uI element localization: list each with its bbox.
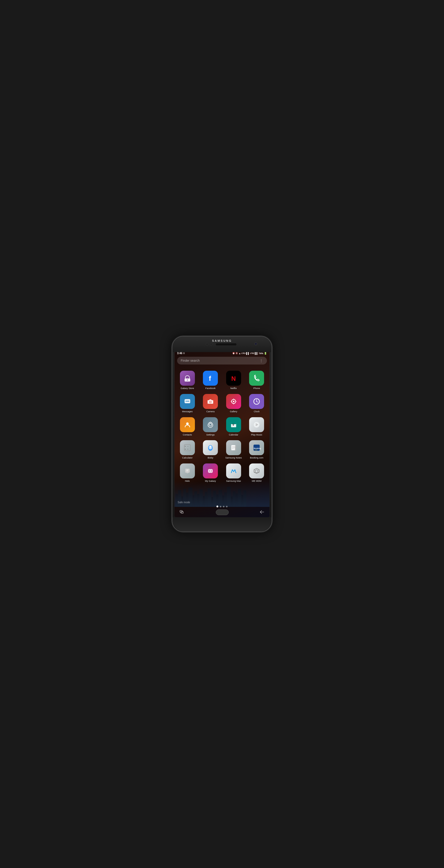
phone-device: SAMSUNG <box>172 336 272 532</box>
my-galaxy-icon <box>203 463 218 478</box>
samsung-max-icon <box>226 463 241 478</box>
phone-bottom-hardware <box>172 517 272 531</box>
status-icons: ⏰ 🔇 ▲ LTE1 ▌▌ LTE2 ▌▌ 74% 🔋 <box>232 352 267 355</box>
phone-label: Phone <box>253 387 260 390</box>
svg-text:×: × <box>184 448 186 451</box>
app-booking[interactable]: Booking .com Booking.com <box>245 438 269 461</box>
app-facebook[interactable]: f Facebook <box>199 369 222 392</box>
app-bixby[interactable]: Bixby <box>199 438 222 461</box>
app-grid: Galaxy Store f Facebook N Netflix <box>174 366 270 487</box>
phone-screen: 3:46 ⊡ ⏰ 🔇 ▲ LTE1 ▌▌ LTE2 ▌▌ 74% 🔋 Finde… <box>174 351 270 517</box>
safe-mode-label: Safe mode <box>178 501 190 504</box>
app-helo[interactable]: Helo <box>176 461 199 485</box>
app-calendar[interactable]: 9 Calendar <box>222 415 245 438</box>
bixby-label: Bixby <box>208 457 213 459</box>
app-contacts[interactable]: Contacts <box>176 415 199 438</box>
contacts-icon <box>180 417 195 432</box>
my-galaxy-label: My Galaxy <box>205 480 216 483</box>
status-time: 3:46 ⊡ <box>177 352 185 355</box>
volume-down-button[interactable] <box>172 388 172 399</box>
play-music-label: Play Music <box>251 433 262 436</box>
app-samsung-notes[interactable]: Samsung Notes <box>222 438 245 461</box>
search-placeholder: Finder search <box>181 359 260 363</box>
app-phone[interactable]: Phone <box>245 369 269 392</box>
booking-icon: Booking .com <box>249 440 264 455</box>
app-gallery[interactable]: Gallery <box>222 392 245 415</box>
me-mdm-icon <box>249 463 264 478</box>
camera-label: Camera <box>206 410 214 413</box>
mute-icon: 🔇 <box>235 352 238 354</box>
svg-text:9: 9 <box>233 424 234 426</box>
svg-point-51 <box>210 470 211 472</box>
app-play-music[interactable]: Play Music <box>245 415 269 438</box>
home-button[interactable] <box>216 509 229 515</box>
recents-button[interactable] <box>180 510 185 515</box>
svg-point-20 <box>186 423 189 425</box>
svg-point-11 <box>233 401 234 402</box>
helo-label: Helo <box>185 480 190 483</box>
svg-text:.com: .com <box>254 449 258 451</box>
app-settings[interactable]: Settings <box>199 415 222 438</box>
calendar-label: Calendar <box>229 433 238 436</box>
app-netflix[interactable]: N Netflix <box>222 369 245 392</box>
messages-icon <box>180 394 195 409</box>
galaxy-store-icon <box>180 371 195 386</box>
me-mdm-label: ME MDM <box>252 480 262 483</box>
front-camera-dot <box>206 343 208 346</box>
svg-text:−: − <box>187 445 189 448</box>
svg-point-7 <box>188 401 189 402</box>
svg-point-9 <box>210 401 211 402</box>
bixby-icon <box>203 440 218 455</box>
calendar-icon: 9 <box>226 417 241 432</box>
battery-percent: 74% <box>259 352 263 355</box>
app-camera[interactable]: Camera <box>199 392 222 415</box>
app-messages[interactable]: Messages <box>176 392 199 415</box>
finder-search-bar[interactable]: Finder search ⋮ <box>177 357 267 365</box>
signal1-icon: ▌▌ <box>246 352 250 355</box>
clock-icon <box>249 394 264 409</box>
svg-text:f: f <box>209 375 211 382</box>
alarm-icon: ⏰ <box>232 352 235 354</box>
helo-icon <box>180 463 195 478</box>
app-calculator[interactable]: + − × ÷ Calculator <box>176 438 199 461</box>
play-music-icon <box>249 417 264 432</box>
svg-point-29 <box>256 424 258 426</box>
page-dot-4 <box>226 506 228 507</box>
front-camera <box>254 342 258 345</box>
svg-point-37 <box>209 447 210 448</box>
page-dot-3 <box>223 506 225 507</box>
bottom-navigation <box>174 507 270 517</box>
lte1-icon: LTE1 <box>241 352 246 354</box>
app-me-mdm[interactable]: ME MDM <box>245 461 269 485</box>
wifi-icon: ▲ <box>239 352 241 355</box>
earpiece-speaker <box>216 343 236 345</box>
page-indicator <box>216 505 228 507</box>
contacts-label: Contacts <box>183 433 192 436</box>
facebook-icon: f <box>203 371 218 386</box>
phone-icon <box>249 371 264 386</box>
booking-label: Booking.com <box>250 457 263 459</box>
search-menu-icon[interactable]: ⋮ <box>260 359 263 363</box>
facebook-label: Facebook <box>205 387 215 390</box>
camera-icon <box>203 394 218 409</box>
messages-label: Messages <box>182 410 193 413</box>
city-skyline <box>174 486 270 507</box>
netflix-label: Netflix <box>230 387 237 390</box>
svg-point-1 <box>187 379 188 380</box>
power-button[interactable] <box>272 380 272 396</box>
app-samsung-max[interactable]: Samsung Max <box>222 461 245 485</box>
app-clock[interactable]: Clock <box>245 392 269 415</box>
volume-up-button[interactable] <box>172 375 172 386</box>
gallery-label: Gallery <box>230 410 237 413</box>
settings-icon <box>203 417 218 432</box>
app-galaxy-store[interactable]: Galaxy Store <box>176 369 199 392</box>
svg-point-21 <box>209 424 212 426</box>
samsung-max-label: Samsung Max <box>226 480 241 483</box>
app-my-galaxy[interactable]: My Galaxy <box>199 461 222 485</box>
back-button[interactable] <box>260 510 264 515</box>
svg-point-6 <box>187 401 188 402</box>
calculator-icon: + − × ÷ <box>180 440 195 455</box>
svg-point-19 <box>256 401 257 402</box>
sensor-dot <box>210 343 212 346</box>
settings-label: Settings <box>206 433 215 436</box>
